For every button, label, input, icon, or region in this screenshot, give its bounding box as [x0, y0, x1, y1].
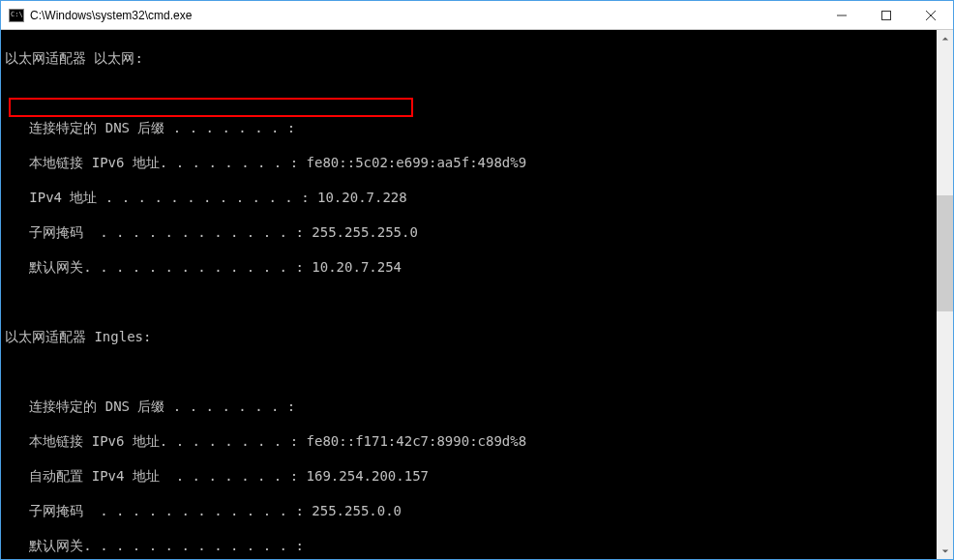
mask-label: 子网掩码 . . . . . . . . . . . . : [5, 224, 304, 240]
gateway-value: 10.20.7.254 [304, 259, 402, 275]
gateway-label: 默认网关. . . . . . . . . . . . . : [5, 259, 304, 275]
adapter-header: 以太网适配器 以太网: [5, 50, 143, 66]
auto-ipv4-label: 自动配置 IPv4 地址 . . . . . . . : [5, 468, 298, 484]
scroll-down-button[interactable] [937, 543, 953, 559]
gateway-label: 默认网关. . . . . . . . . . . . . : [5, 538, 304, 553]
mask-value: 255.255.255.0 [304, 224, 418, 240]
ipv6-label: 本地链接 IPv6 地址. . . . . . . . : [5, 155, 298, 170]
vertical-scrollbar[interactable] [937, 30, 953, 559]
console-area: 以太网适配器 以太网: 连接特定的 DNS 后缀 . . . . . . . :… [1, 30, 953, 559]
window-title: C:\Windows\system32\cmd.exe [30, 9, 820, 22]
adapter-header: 以太网适配器 Ingles: [5, 329, 151, 344]
close-button[interactable] [909, 1, 953, 29]
app-icon [9, 9, 24, 22]
window-controls [820, 1, 953, 29]
mask-label: 子网掩码 . . . . . . . . . . . . : [5, 503, 304, 518]
ipv6-value: fe80::f171:42c7:8990:c89d%8 [298, 433, 526, 449]
mask-value: 255.255.0.0 [304, 503, 402, 518]
scroll-thumb[interactable] [937, 195, 953, 311]
auto-ipv4-value: 169.254.200.157 [298, 468, 429, 484]
svg-rect-1 [882, 11, 891, 19]
scroll-track[interactable] [937, 46, 953, 543]
ipv6-value: fe80::5c02:e699:aa5f:498d%9 [298, 155, 526, 170]
ipv4-label: IPv4 地址 . . . . . . . . . . . . : [5, 190, 310, 205]
ipv6-label: 本地链接 IPv6 地址. . . . . . . . : [5, 433, 298, 449]
cmd-window: C:\Windows\system32\cmd.exe 以太网适配器 以太网: … [0, 0, 954, 560]
ipv4-value: 10.20.7.228 [310, 190, 407, 205]
console-output[interactable]: 以太网适配器 以太网: 连接特定的 DNS 后缀 . . . . . . . :… [1, 30, 937, 559]
maximize-button[interactable] [864, 1, 909, 29]
minimize-button[interactable] [820, 1, 864, 29]
dns-suffix-label: 连接特定的 DNS 后缀 . . . . . . . : [5, 398, 295, 414]
dns-suffix-label: 连接特定的 DNS 后缀 . . . . . . . : [5, 120, 295, 135]
titlebar: C:\Windows\system32\cmd.exe [1, 1, 953, 30]
scroll-up-button[interactable] [937, 30, 953, 46]
